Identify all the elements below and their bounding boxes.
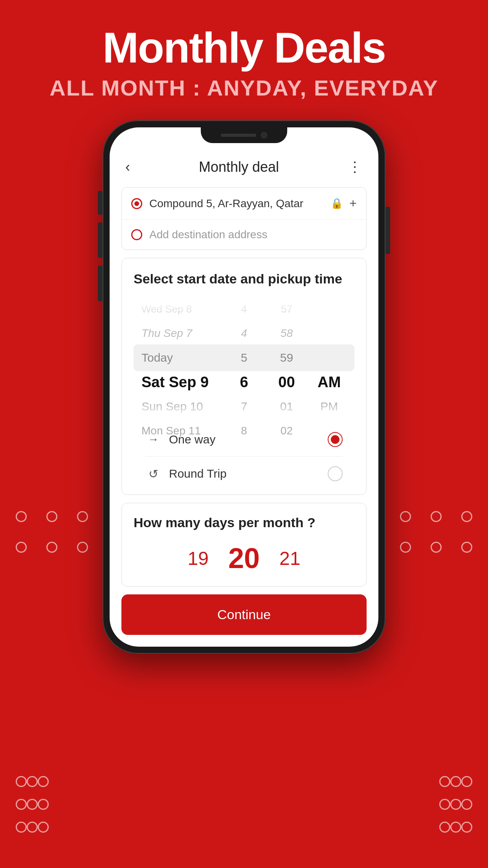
round-trip-radio[interactable]: [328, 466, 343, 481]
picker-date: Wed Sep 8: [138, 303, 223, 315]
day-option-19[interactable]: 19: [188, 548, 209, 569]
picker-date: Thu Sep 7: [138, 327, 223, 340]
phone-notch: [201, 127, 287, 143]
day-option-20-selected[interactable]: 20: [228, 542, 260, 574]
picker-hour: 7: [223, 400, 265, 413]
round-trip-option[interactable]: ↺ Round Trip: [145, 457, 343, 491]
day-option-21[interactable]: 21: [279, 548, 300, 569]
lock-icon: 🔒: [330, 197, 343, 210]
days-per-month-section: How many days per month ? 19 20 21: [121, 503, 367, 587]
days-title: How many days per month ?: [134, 515, 354, 530]
picker-hour: 4: [223, 327, 265, 340]
datetime-picker-section: Select start date and pickup time Wed Se…: [121, 258, 367, 495]
picker-date: Mon Sep 11: [138, 425, 223, 437]
more-menu-button[interactable]: ⋮: [348, 159, 363, 175]
picker-date: Today: [138, 351, 223, 364]
round-trip-label: Round Trip: [169, 467, 320, 480]
picker-hour: 8: [223, 425, 265, 437]
speaker: [221, 134, 256, 137]
round-trip-icon: ↺: [145, 467, 161, 481]
back-button[interactable]: ‹: [125, 159, 130, 175]
picker-drum-container[interactable]: Wed Sep 8 4 57 Thu Sep 7 4 58: [134, 297, 354, 419]
continue-button[interactable]: Continue: [121, 594, 367, 635]
picker-row-selected: Sat Sep 9 6 00 AM: [134, 370, 354, 394]
nav-title: Monthly deal: [199, 159, 279, 175]
picker-hour: 5: [223, 351, 265, 364]
picker-minute-selected: 00: [265, 374, 308, 391]
picker-ampm-selected: AM: [308, 374, 350, 391]
phone-screen: ‹ Monthly deal ⋮ Compound 5, Ar-Rayyan, …: [110, 127, 378, 647]
picker-rows: Wed Sep 8 4 57 Thu Sep 7 4 58: [134, 297, 354, 443]
days-picker[interactable]: 19 20 21: [134, 538, 354, 578]
origin-dot: [131, 198, 142, 209]
picker-row: Wed Sep 8 4 57: [134, 297, 354, 321]
add-stop-button[interactable]: +: [349, 196, 357, 211]
origin-text: Compound 5, Ar-Rayyan, Qatar: [149, 197, 323, 210]
camera: [261, 132, 267, 138]
picker-row: Thu Sep 7 4 58: [134, 321, 354, 346]
picker-minute: 59: [265, 351, 308, 364]
picker-date: Sun Sep 10: [138, 400, 223, 413]
address-section: Compound 5, Ar-Rayyan, Qatar 🔒 + Add des…: [121, 187, 367, 250]
picker-minute: 02: [265, 425, 308, 437]
page-subtitle: ALL MONTH : ANYDAY, EVERYDAY: [0, 75, 488, 101]
destination-row[interactable]: Add destination address: [122, 220, 366, 250]
picker-row: Sun Sep 10 7 01 PM: [134, 394, 354, 419]
page-title: Monthly Deals: [0, 24, 488, 71]
destination-dot: [131, 229, 142, 240]
phone-frame: ‹ Monthly deal ⋮ Compound 5, Ar-Rayyan, …: [103, 120, 385, 654]
picker-hour: 4: [223, 303, 265, 315]
origin-row[interactable]: Compound 5, Ar-Rayyan, Qatar 🔒 +: [122, 188, 366, 220]
picker-title: Select start date and pickup time: [134, 270, 354, 287]
picker-row: Today 5 59: [134, 346, 354, 370]
destination-text: Add destination address: [149, 228, 357, 241]
picker-minute: 01: [265, 400, 308, 413]
picker-minute: 57: [265, 303, 308, 315]
picker-minute: 58: [265, 327, 308, 340]
picker-date-selected: Sat Sep 9: [138, 374, 223, 391]
nav-bar: ‹ Monthly deal ⋮: [110, 151, 378, 183]
picker-hour-selected: 6: [223, 374, 265, 391]
picker-ampm: PM: [308, 400, 350, 413]
picker-row: Mon Sep 11 8 02: [134, 419, 354, 443]
